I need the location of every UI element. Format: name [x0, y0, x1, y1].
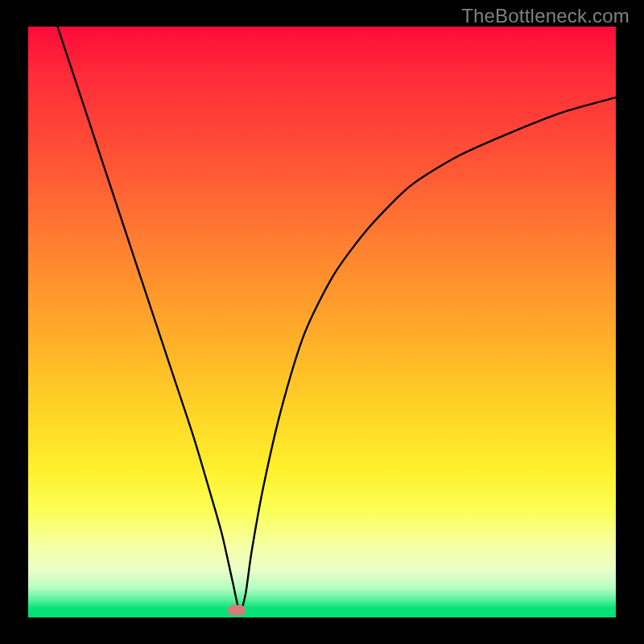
- chart-frame: TheBottleneck.com: [0, 0, 644, 644]
- curve-svg: [28, 27, 616, 617]
- bottleneck-curve-path: [58, 27, 617, 612]
- minimum-marker: [228, 605, 246, 616]
- watermark-text: TheBottleneck.com: [461, 5, 630, 27]
- plot-area: [28, 27, 616, 617]
